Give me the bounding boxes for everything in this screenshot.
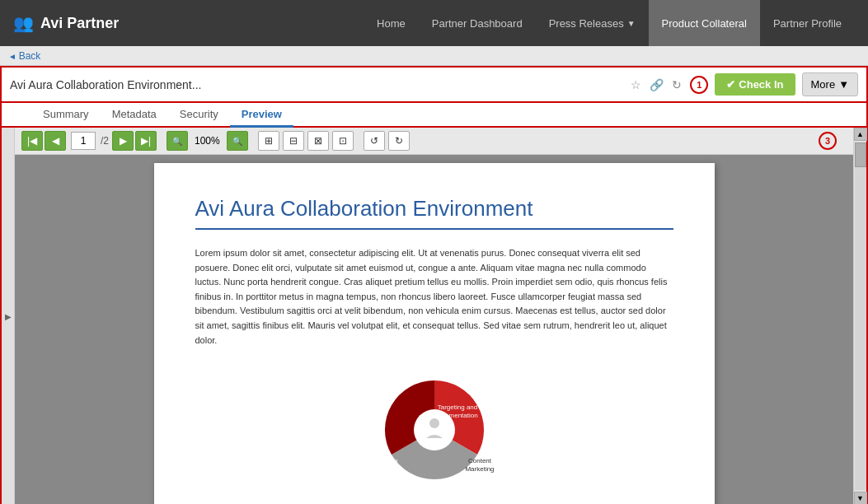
rotate-right-button[interactable]: ↻: [388, 131, 410, 151]
scroll-up-button[interactable]: ▲: [854, 128, 867, 141]
scroll-thumb[interactable]: [855, 142, 866, 167]
document-viewer: |◀ ◀ 1 /2 ▶ ▶| 🔍 100% 🔍 ⊞ ⊟ ⊠ ⊡ ↺ ↻ 3: [15, 128, 853, 504]
first-page-button[interactable]: |◀: [21, 131, 43, 151]
chart-label-1b: Segmentation: [437, 412, 477, 419]
page-number-input[interactable]: 1: [71, 132, 96, 150]
document-body-text: Lorem ipsum dolor sit amet, consectetur …: [195, 246, 673, 348]
nav-partner-profile[interactable]: Partner Profile: [760, 0, 855, 46]
chart-label-3: Marketing: [372, 458, 397, 464]
document-content-area: Avi Aura Collaboration Environment Lorem…: [15, 155, 853, 504]
chart-label-2b: Marketing: [465, 465, 494, 473]
checkin-icon: ✔: [726, 78, 735, 91]
nav-product-collateral[interactable]: Product Collateral: [649, 0, 760, 46]
chevron-down-icon: ▼: [627, 19, 636, 28]
badge-1: 1: [690, 76, 708, 94]
actual-size-button[interactable]: ⊡: [332, 131, 354, 151]
chart-label-2: Content: [467, 457, 491, 464]
more-button[interactable]: More ▼: [802, 72, 859, 96]
zoom-level: 100%: [195, 135, 220, 147]
tab-summary[interactable]: Summary: [31, 103, 101, 128]
next-nav-buttons: ▶ ▶|: [112, 131, 157, 151]
chart-label-1: Targeting and: [437, 404, 476, 411]
brand-name: Avi Partner: [40, 15, 119, 32]
last-page-button[interactable]: ▶|: [135, 131, 157, 151]
main-content-area: ▶ |◀ ◀ 1 /2 ▶ ▶| 🔍 100% 🔍 ⊞ ⊟ ⊠ ⊡ ↺: [0, 128, 868, 504]
scroll-down-button[interactable]: ▼: [854, 492, 867, 504]
refresh-icon[interactable]: ↻: [670, 77, 683, 93]
tab-security[interactable]: Security: [168, 103, 230, 128]
chart-label-3c: Reporting: [372, 474, 396, 481]
tab-metadata[interactable]: Metadata: [101, 103, 168, 128]
viewer-toolbar: |◀ ◀ 1 /2 ▶ ▶| 🔍 100% 🔍 ⊞ ⊟ ⊠ ⊡ ↺ ↻ 3: [15, 128, 853, 155]
fit-page-button[interactable]: ⊟: [283, 131, 304, 151]
zoom-in-button[interactable]: 🔍: [227, 131, 248, 151]
document-header: Avi Aura Collaboration Environment... ☆ …: [0, 66, 868, 103]
chart-svg: Targeting and Segmentation Content Marke…: [335, 364, 533, 496]
zoom-out-button[interactable]: 🔍: [167, 131, 188, 151]
document-page: Avi Aura Collaboration Environment Lorem…: [154, 163, 715, 504]
brand-icon: 👥: [13, 13, 34, 33]
document-page-title: Avi Aura Collaboration Environment: [195, 196, 673, 230]
document-action-icons: ☆ 🔗 ↻: [629, 77, 683, 93]
nav-links: Home Partner Dashboard Press Releases ▼ …: [364, 0, 855, 46]
left-panel-toggle[interactable]: ▶: [2, 128, 15, 504]
document-title: Avi Aura Collaboration Environment...: [10, 78, 622, 91]
page-total: /2: [101, 135, 109, 147]
checkin-button[interactable]: ✔ Check In: [715, 73, 795, 96]
nav-home[interactable]: Home: [364, 0, 419, 46]
back-link[interactable]: Back: [8, 50, 40, 62]
rotate-left-button[interactable]: ↺: [364, 131, 385, 151]
tab-preview[interactable]: Preview: [230, 103, 293, 128]
prev-page-button[interactable]: ◀: [45, 131, 66, 151]
vertical-scrollbar[interactable]: ▲ ▼: [853, 128, 866, 504]
more-dropdown-icon: ▼: [838, 78, 849, 91]
nav-press-releases[interactable]: Press Releases ▼: [536, 0, 649, 46]
badge-3: 3: [819, 132, 837, 150]
link-icon[interactable]: 🔗: [648, 77, 665, 93]
tabs-bar: 2 Summary Metadata Security Preview: [0, 103, 868, 128]
next-page-button[interactable]: ▶: [112, 131, 134, 151]
nav-partner-dashboard[interactable]: Partner Dashboard: [419, 0, 536, 46]
scroll-track: [855, 142, 866, 490]
person-head: [429, 418, 439, 428]
fit-height-button[interactable]: ⊠: [307, 131, 329, 151]
chart-label-3b: Analytics and: [368, 466, 402, 473]
top-navigation: 👥 Avi Partner Home Partner Dashboard Pre…: [0, 0, 868, 46]
fit-width-button[interactable]: ⊞: [258, 131, 279, 151]
back-bar: Back: [0, 46, 868, 66]
navigation-buttons: |◀ ◀: [21, 131, 66, 151]
chart-area: Targeting and Segmentation Content Marke…: [195, 364, 673, 496]
brand-logo: 👥 Avi Partner: [13, 13, 119, 33]
star-icon[interactable]: ☆: [629, 77, 643, 93]
